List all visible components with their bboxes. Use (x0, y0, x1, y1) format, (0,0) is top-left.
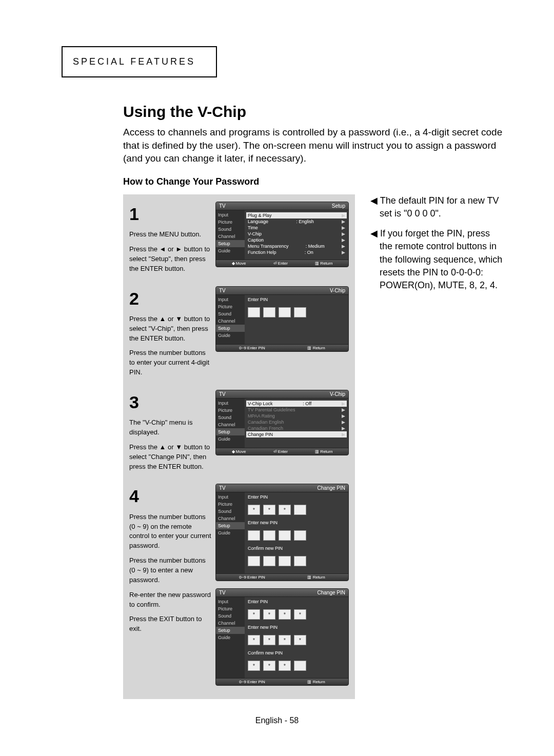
step: 3 The "V-Chip" menu is displayed. Press … (129, 383, 349, 477)
pin-digit (294, 307, 306, 317)
step-text: The "V-Chip" menu is displayed. (129, 418, 211, 437)
osd-side-item: Sound (216, 508, 245, 515)
step-number: 1 (129, 202, 211, 227)
osd-side-item: Input (216, 598, 245, 605)
osd-vchip-menu: TVV-Chip InputPictureSoundChannelSetupGu… (215, 390, 349, 455)
step: 4 Press the number buttons (0 ~ 9) on th… (129, 476, 349, 693)
side-notes: The default PIN for a new TV set is "0 0… (370, 194, 503, 299)
step-text: Press the number buttons to enter your c… (129, 348, 211, 377)
osd-menu-row: Caption▶ (248, 237, 345, 243)
osd-menu-row: TV Parental Guidelines▶ (248, 407, 345, 413)
pin-digit (248, 307, 260, 317)
osd-side-item: Picture (216, 501, 245, 508)
page-title: Using the V-Chip (123, 103, 503, 121)
step-text: Press the ▲ or ▼ button to select "Chang… (129, 443, 211, 472)
pin-entry (248, 307, 345, 317)
osd-side-item: Sound (216, 226, 245, 233)
osd-side-item: Sound (216, 414, 245, 421)
osd-side-item: Channel (216, 233, 245, 240)
osd-change-pin-b: TVChange PIN InputPictureSoundChannelSet… (215, 588, 349, 686)
page-footer: English - 58 (0, 716, 554, 725)
step-text: Press the MENU button. (129, 230, 211, 240)
intro-paragraph: Access to channels and programs is contr… (123, 126, 503, 165)
step-number: 3 (129, 390, 211, 415)
osd-side-item: Input (216, 211, 245, 218)
pin-digit (279, 307, 291, 317)
step-text: Press the EXIT button to exit. (129, 614, 211, 634)
osd-enter-pin: TVV-Chip InputPictureSoundChannelSetupGu… (215, 286, 349, 352)
osd-setup-menu: TVSetup InputPictureSoundChannelSetupGui… (215, 202, 349, 267)
osd-side-item: Picture (216, 605, 245, 612)
osd-side-item: Sound (216, 310, 245, 317)
note-item: If you forget the PIN, press the remote … (370, 227, 503, 292)
osd-menu-row: Menu Transparency: Medium▶ (248, 243, 345, 249)
steps-panel: 1 Press the MENU button. Press the ◄ or … (123, 194, 355, 700)
osd-side-item: Picture (216, 303, 245, 310)
osd-menu-row: V-Chip Lock: Off▶ (246, 401, 347, 407)
category-label: SPECIAL FEATURES (73, 56, 195, 67)
osd-menu-row: Time▶ (248, 225, 345, 231)
osd-menu-row: V-Chip▶ (248, 231, 345, 237)
section-subhead: How to Change Your Password (123, 176, 503, 187)
step-text: Re-enter the new password to confirm. (129, 590, 211, 610)
manual-page: SPECIAL FEATURES Using the V-Chip Access… (0, 0, 554, 720)
osd-side-item: Setup (216, 240, 245, 247)
osd-menu-row: Canadian English▶ (248, 419, 345, 425)
osd-sidebar: InputPictureSoundChannelSetupGuide (216, 210, 245, 260)
note-item: The default PIN for a new TV set is "0 0… (370, 194, 503, 220)
osd-side-item: Guide (216, 247, 245, 254)
osd-menu-row: Language: English▶ (248, 218, 345, 225)
step-number: 4 (129, 484, 211, 509)
osd-side-item: Channel (216, 515, 245, 522)
osd-menu-row: MPAA Rating▶ (248, 413, 345, 419)
osd-side-item: Channel (216, 317, 245, 325)
step-text: Press the number buttons (0 ~ 9) to ente… (129, 556, 211, 585)
osd-side-item: Channel (216, 620, 245, 627)
osd-side-item: Setup (216, 325, 245, 332)
osd-side-item: Channel (216, 421, 245, 428)
osd-side-item: Setup (216, 627, 245, 634)
osd-side-item: Setup (216, 522, 245, 529)
osd-side-item: Picture (216, 407, 245, 414)
osd-change-pin-a: TVChange PIN InputPictureSoundChannelSet… (215, 484, 349, 581)
osd-side-item: Guide (216, 332, 245, 339)
osd-side-item: Guide (216, 634, 245, 641)
osd-side-item: Guide (216, 529, 245, 536)
osd-side-item: Input (216, 400, 245, 407)
osd-menu-row: Change PIN▶ (246, 431, 347, 437)
osd-side-item: Setup (216, 428, 245, 435)
osd-side-item: Sound (216, 612, 245, 620)
osd-side-item: Guide (216, 435, 245, 443)
step-text: Press the ▲ or ▼ button to select "V-Chi… (129, 314, 211, 344)
osd-side-item: Input (216, 493, 245, 501)
osd-menu-row: Canadian French▶ (248, 425, 345, 431)
pin-digit (263, 307, 275, 317)
step: 1 Press the MENU button. Press the ◄ or … (129, 194, 349, 279)
osd-menu-row: Function Help: On▶ (248, 249, 345, 255)
category-box: SPECIAL FEATURES (62, 46, 217, 77)
step-number: 2 (129, 286, 211, 311)
step-text: Press the number buttons (0 ~ 9) on the … (129, 512, 211, 551)
step-text: Press the ◄ or ► button to select "Setup… (129, 245, 211, 274)
osd-side-item: Input (216, 296, 245, 303)
osd-side-item: Picture (216, 218, 245, 226)
osd-menu-row: Plug & Play▶ (246, 212, 347, 218)
step: 2 Press the ▲ or ▼ button to select "V-C… (129, 279, 349, 383)
